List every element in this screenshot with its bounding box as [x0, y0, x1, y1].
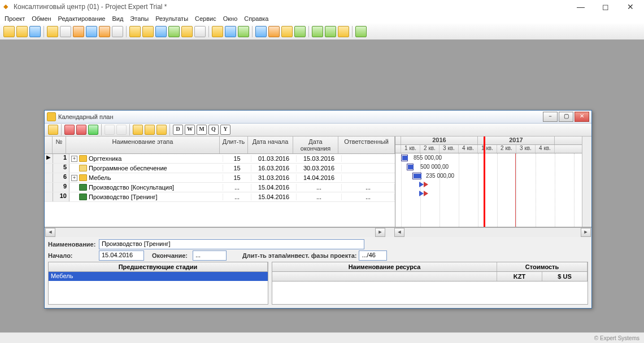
- menu-service[interactable]: Сервис: [195, 15, 216, 22]
- tb-person-icon[interactable]: [268, 26, 280, 37]
- tb-resources-icon[interactable]: [181, 26, 193, 37]
- tb-pl-icon[interactable]: [212, 26, 223, 37]
- col-end[interactable]: Дата окончания: [293, 137, 338, 153]
- tb-plan-icon[interactable]: [168, 26, 180, 37]
- tb-bs-icon[interactable]: [238, 26, 249, 37]
- preceding-row[interactable]: Мебель: [49, 272, 268, 281]
- child-title: Календарный план: [58, 113, 543, 120]
- child-maximize-button[interactable]: ▢: [559, 112, 573, 122]
- table-row[interactable]: ▶1+Оргтехника1501.03.201615.03.2016: [45, 154, 395, 164]
- row-marker: [45, 192, 53, 201]
- field-end[interactable]: ...: [193, 250, 227, 261]
- gantt-chart[interactable]: 2016 2017 1 кв.2 кв.3 кв.4 кв.1 кв.2 кв.…: [395, 137, 591, 227]
- tb-html-icon[interactable]: [99, 26, 110, 37]
- ctb-link-icon[interactable]: [145, 125, 155, 135]
- table-row[interactable]: 6+Мебель1531.03.201614.04.2016: [45, 173, 395, 183]
- col-num[interactable]: №: [53, 137, 66, 153]
- ctb-run-icon[interactable]: [88, 125, 98, 135]
- tb-npv-icon[interactable]: [325, 26, 336, 37]
- preceding-stages-grid[interactable]: Предшествующие стадии Мебель: [48, 262, 268, 305]
- minimize-button[interactable]: —: [573, 2, 589, 11]
- cell-dur: 15: [223, 155, 251, 162]
- tb-chart-icon[interactable]: [142, 26, 154, 37]
- child-close-button[interactable]: ✕: [575, 112, 589, 122]
- gantt-vscroll[interactable]: [582, 137, 591, 227]
- scroll-right-button[interactable]: ►: [375, 228, 385, 237]
- col-cost[interactable]: Стоимость: [497, 262, 588, 271]
- tb-print-icon[interactable]: [60, 26, 71, 37]
- tb-costs-icon[interactable]: [194, 26, 206, 37]
- tb-roi-icon[interactable]: [312, 26, 323, 37]
- tb-tree-icon[interactable]: [294, 26, 306, 37]
- resources-grid[interactable]: Наименование ресурса Стоимость KZT $ US: [272, 262, 588, 305]
- expand-icon[interactable]: +: [71, 156, 77, 162]
- ctb-add-icon[interactable]: [133, 125, 143, 135]
- tb-analysis-icon[interactable]: [255, 26, 267, 37]
- scale-w-button[interactable]: W: [185, 125, 195, 135]
- scale-y-button[interactable]: Y: [220, 125, 230, 135]
- field-name[interactable]: Производство [Тренинг]: [99, 239, 364, 249]
- tb-word-icon[interactable]: [86, 26, 97, 37]
- gantt-scroll-left-button[interactable]: ◄: [394, 228, 404, 237]
- tb-save-icon[interactable]: [29, 26, 41, 37]
- maximize-button[interactable]: ◻: [598, 2, 613, 11]
- gantt-bar[interactable]: [407, 164, 414, 170]
- ctb-gift-icon[interactable]: [76, 125, 86, 135]
- menu-exchange[interactable]: Обмен: [32, 15, 51, 22]
- ctb-folder-icon[interactable]: [48, 125, 58, 135]
- field-dur[interactable]: .../46: [359, 250, 387, 261]
- col-resource[interactable]: Наименование ресурса: [272, 262, 497, 271]
- table-row[interactable]: 10Производство [Тренинг]...15.04.2016...…: [45, 192, 395, 202]
- tb-brief-icon[interactable]: [129, 26, 141, 37]
- close-button[interactable]: ✕: [623, 2, 638, 11]
- scale-q-button[interactable]: Q: [208, 125, 219, 135]
- stages-grid[interactable]: № Наименование этапа Длит-ть Дата начала…: [45, 137, 395, 227]
- menu-bar[interactable]: Проект Обмен Редактирование Вид Этапы Ре…: [0, 14, 644, 24]
- field-start[interactable]: 15.04.2016: [99, 250, 144, 261]
- ctb-flag-icon[interactable]: [64, 125, 75, 135]
- menu-stages[interactable]: Этапы: [130, 15, 149, 22]
- menu-view[interactable]: Вид: [112, 15, 123, 22]
- app-icon: ◆: [3, 3, 11, 11]
- tb-building-icon[interactable]: [281, 26, 293, 37]
- col-preceding[interactable]: Предшествующие стадии: [49, 262, 268, 271]
- menu-help[interactable]: Справка: [244, 15, 268, 22]
- table-row[interactable]: 5Программное обеспечение1516.03.201630.0…: [45, 164, 395, 173]
- menu-project[interactable]: Проект: [5, 15, 25, 22]
- tb-preview-icon[interactable]: [73, 26, 84, 37]
- col-start[interactable]: Дата начала: [248, 137, 293, 153]
- scale-d-button[interactable]: D: [173, 125, 183, 135]
- menu-results[interactable]: Результаты: [155, 15, 188, 22]
- tb-calendar-icon[interactable]: [155, 26, 167, 37]
- tb-calc-icon[interactable]: [355, 26, 367, 37]
- lbl-dur: Длит-ть этапа/инвест. фазы проекта:: [242, 252, 356, 259]
- folder-icon: [79, 174, 87, 181]
- child-titlebar[interactable]: Календарный план － ▢ ✕: [45, 111, 591, 124]
- cell-dur: ...: [223, 194, 251, 200]
- scroll-left-button[interactable]: ◄: [45, 228, 55, 237]
- col-resp[interactable]: Ответственный: [338, 137, 395, 153]
- expand-icon[interactable]: +: [71, 175, 77, 181]
- col-usd[interactable]: $ US: [542, 272, 588, 281]
- lbl-start: Начало:: [48, 252, 73, 259]
- table-row[interactable]: 9Производство [Консультация]...15.04.201…: [45, 183, 395, 192]
- tb-report-icon[interactable]: [338, 26, 349, 37]
- menu-edit[interactable]: Редактирование: [58, 15, 106, 22]
- gantt-bar[interactable]: [412, 173, 421, 179]
- gantt-scroll-right-button[interactable]: ►: [581, 228, 591, 237]
- main-titlebar: ◆ Консалтинговый центр (01) - Project Ex…: [0, 0, 644, 14]
- tb-import-icon[interactable]: [47, 26, 58, 37]
- col-name[interactable]: Наименование этапа: [66, 137, 220, 153]
- quarter-label: 3 кв.: [516, 145, 536, 153]
- col-dur[interactable]: Длит-ть: [220, 137, 248, 153]
- ctb-pointer-icon[interactable]: [156, 125, 167, 135]
- col-kzt[interactable]: KZT: [497, 272, 542, 281]
- menu-window[interactable]: Окно: [223, 15, 238, 22]
- gantt-bar[interactable]: [401, 155, 408, 161]
- scale-m-button[interactable]: M: [197, 125, 207, 135]
- tb-open-icon[interactable]: [16, 26, 28, 37]
- child-minimize-button[interactable]: －: [543, 112, 558, 122]
- tb-new-icon[interactable]: [3, 26, 15, 37]
- tb-clip-icon[interactable]: [112, 26, 123, 37]
- tb-cf-icon[interactable]: [225, 26, 236, 37]
